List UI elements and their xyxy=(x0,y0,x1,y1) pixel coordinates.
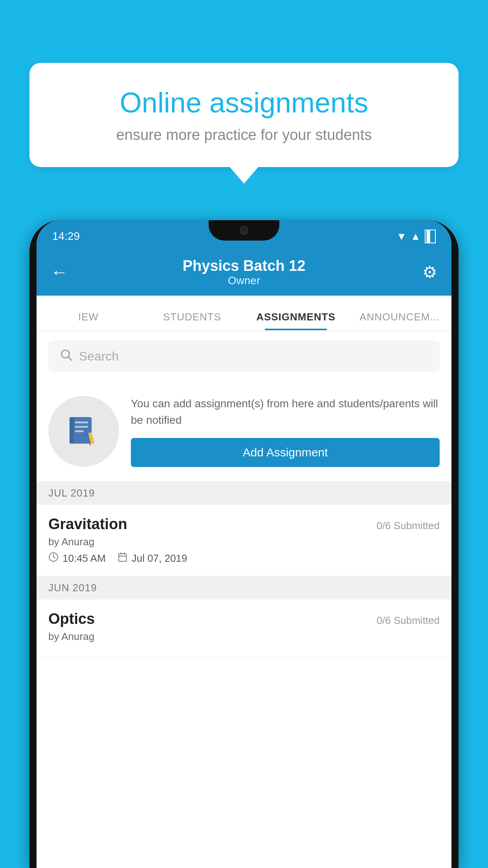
wifi-icon: ▼ xyxy=(396,230,407,243)
bubble-subtitle: ensure more practice for your students xyxy=(57,127,431,143)
svg-point-0 xyxy=(62,350,70,358)
notebook-svg-icon xyxy=(66,414,101,449)
search-bar[interactable]: Search xyxy=(48,340,440,372)
promo-section: You can add assignment(s) from here and … xyxy=(37,381,451,482)
battery-icon: ▌ xyxy=(425,230,436,243)
assignment-by-optics: by Anurag xyxy=(48,631,440,643)
add-assignment-button[interactable]: Add Assignment xyxy=(131,438,440,467)
svg-marker-8 xyxy=(89,443,92,447)
camera-dot xyxy=(240,226,248,235)
header-subtitle: Owner xyxy=(74,274,414,287)
speech-bubble-container: Online assignments ensure more practice … xyxy=(29,63,459,167)
app-header: ← Physics Batch 12 Owner ⚙ xyxy=(37,248,451,296)
tab-assignments[interactable]: ASSIGNMENTS xyxy=(244,311,348,330)
assignment-item-gravitation[interactable]: Gravitation 0/6 Submitted by Anurag 10:4… xyxy=(37,505,451,576)
status-icons: ▼ ▲ ▌ xyxy=(396,230,436,243)
promo-text-area: You can add assignment(s) from here and … xyxy=(131,395,440,467)
assignment-name-optics: Optics xyxy=(48,611,95,627)
assignment-by-gravitation: by Anurag xyxy=(48,536,440,548)
time-value-gravitation: 10:45 AM xyxy=(62,552,106,565)
promo-description: You can add assignment(s) from here and … xyxy=(131,395,440,428)
back-button[interactable]: ← xyxy=(51,262,74,282)
date-value-gravitation: Jul 07, 2019 xyxy=(132,552,187,565)
header-title: Physics Batch 12 xyxy=(74,257,414,274)
search-container: Search xyxy=(37,331,451,381)
assignment-name-gravitation: Gravitation xyxy=(48,516,127,533)
search-icon xyxy=(59,348,73,364)
svg-rect-5 xyxy=(75,426,88,428)
assignment-item-optics[interactable]: Optics 0/6 Submitted by Anurag xyxy=(37,600,451,658)
svg-rect-6 xyxy=(75,430,84,432)
assignment-top-row: Gravitation 0/6 Submitted xyxy=(48,516,440,533)
calendar-icon xyxy=(117,552,128,565)
meta-date-gravitation: Jul 07, 2019 xyxy=(117,552,187,565)
bubble-title: Online assignments xyxy=(57,86,431,119)
section-divider-jul: JUL 2019 xyxy=(37,482,451,505)
tabs-bar: IEW STUDENTS ASSIGNMENTS ANNOUNCEM... xyxy=(37,296,451,331)
screen: 14:29 ▼ ▲ ▌ ← Physics Batch 12 Owner ⚙ xyxy=(37,220,451,868)
phone-frame: 14:29 ▼ ▲ ▌ ← Physics Batch 12 Owner ⚙ xyxy=(29,220,459,868)
svg-rect-3 xyxy=(70,417,74,444)
svg-rect-10 xyxy=(119,554,127,561)
settings-icon[interactable]: ⚙ xyxy=(414,263,437,282)
promo-icon-circle xyxy=(48,396,119,467)
tab-iew[interactable]: IEW xyxy=(37,311,140,330)
section-divider-jun: JUN 2019 xyxy=(37,576,451,600)
assignment-top-row-optics: Optics 0/6 Submitted xyxy=(48,611,440,627)
meta-time-gravitation: 10:45 AM xyxy=(48,552,106,565)
assignment-submitted-gravitation: 0/6 Submitted xyxy=(377,520,440,532)
tab-announcements[interactable]: ANNOUNCEM... xyxy=(348,311,451,330)
phone-inner: 14:29 ▼ ▲ ▌ ← Physics Batch 12 Owner ⚙ xyxy=(37,220,451,868)
signal-icon: ▲ xyxy=(411,230,421,243)
speech-bubble: Online assignments ensure more practice … xyxy=(29,63,459,167)
status-time: 14:29 xyxy=(52,230,80,243)
header-title-area: Physics Batch 12 Owner xyxy=(74,257,414,287)
assignment-submitted-optics: 0/6 Submitted xyxy=(377,614,440,627)
clock-icon xyxy=(48,552,59,565)
assignment-meta-gravitation: 10:45 AM Jul 07, 2019 xyxy=(48,552,440,565)
svg-rect-4 xyxy=(75,421,88,423)
notch xyxy=(209,220,279,241)
search-placeholder: Search xyxy=(79,349,119,364)
tab-students[interactable]: STUDENTS xyxy=(140,311,244,330)
svg-line-1 xyxy=(69,357,72,360)
